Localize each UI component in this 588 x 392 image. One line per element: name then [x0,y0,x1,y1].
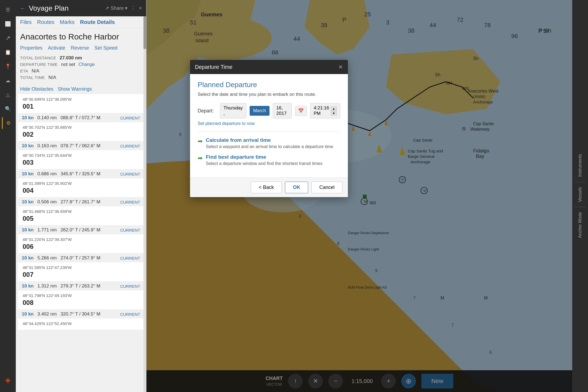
route-icon: ↗ [5,35,10,42]
notes-button[interactable]: 📋 [2,46,14,58]
leg-info: 10 kn 0.686 nm 345.6° T / 329.5° M CURRE… [18,170,144,178]
leg-info: 10 kn 0.506 nm 277.8° T / 261.7° M CURRE… [18,198,144,206]
leg-speed: 10 kn [22,283,33,289]
triangle-button[interactable]: △ [2,89,14,101]
dialog-close-button[interactable]: ✕ [338,64,343,70]
route-details-link[interactable]: Route Details [80,19,115,25]
depart-row: Depart: Thursday , March 16, 2017 📅 4:21… [198,103,340,118]
routes-link[interactable]: Routes [37,19,54,25]
departure-dialog: Departure Time ✕ Planned Departure Selec… [190,60,348,197]
more-button[interactable]: ⋮ [131,5,136,11]
compass-icon: ✦ [4,375,12,386]
leg-info: 10 kn 5.266 nm 274.0° T / 257.9° M CURRE… [18,254,144,262]
panel-header: ← Voyage Plan ↗ Share ▾ ⋮ × [16,0,146,16]
settings-button[interactable]: ⚙ [2,117,14,129]
leg-dist: 5.266 nm [37,255,57,261]
time-down-button[interactable]: ▼ [331,111,337,115]
settings-icon: ⚙ [6,120,11,126]
reverse-link[interactable]: Reverse [71,45,89,51]
layers-button[interactable]: ⬜ [2,18,14,30]
leg-bearing: 262.0° T / 245.9° M [60,227,100,233]
leg-bearing: 320.7° T / 304.5° M [60,311,100,317]
leg-dist: 0.163 nm [37,143,57,149]
list-item[interactable]: 48°31.220'N 122°39.307'W 006 [18,234,144,253]
ok-button[interactable]: OK [285,182,308,193]
back-button[interactable]: ← [20,5,26,11]
list-item[interactable]: 48°31.798'N 122°49.193'W 008 [18,290,144,309]
time-up-button[interactable]: ▲ [331,106,337,111]
marks-link[interactable]: Marks [60,19,75,25]
right-sidebar: Instruments Vessels Anchor Mode [572,0,588,392]
current-badge[interactable]: CURRENT [120,116,140,120]
set-now-link[interactable]: Set planned departure to now [198,121,340,126]
departure-time-label: DEPARTURE TIME [20,62,58,67]
waypoint-num: 004 [23,187,140,194]
list-item[interactable]: 48°34.429'N 122°52.450'W [18,318,144,330]
list-item[interactable]: 48°30.699'N 122°36.095'W 001 [18,94,144,113]
calc-best-option[interactable]: ➡ Find best departure time Select a depa… [198,154,340,166]
leg-bearing: 274.0° T / 257.9° M [60,255,100,261]
route-button[interactable]: ↗ [2,32,14,44]
time-field[interactable]: 4:21:16 PM ▲ ▼ [310,103,340,118]
activate-link[interactable]: Activate [48,45,65,51]
dialog-title-label: Departure Time [195,64,232,70]
marker-button[interactable]: 📍 [2,60,14,72]
more-icon: ⋮ [131,5,136,11]
current-badge[interactable]: CURRENT [120,200,140,204]
calendar-button[interactable]: 📅 [295,106,307,116]
day-of-week-field[interactable]: Thursday , [220,103,246,118]
current-badge[interactable]: CURRENT [120,256,140,261]
search-icon: 🔍 [5,106,11,112]
current-badge[interactable]: CURRENT [120,144,140,148]
menu-button[interactable]: ☰ [2,4,14,16]
scroll-thumb[interactable] [143,16,146,49]
search-button[interactable]: 🔍 [2,103,14,115]
weather-icon: ☁ [5,78,10,84]
day-num-field[interactable]: 16, 2017 [273,103,292,118]
properties-link[interactable]: Properties [20,45,42,51]
instruments-label[interactable]: Instruments [578,151,583,180]
cancel-button[interactable]: Cancel [311,182,342,193]
close-button[interactable]: × [139,5,142,11]
leg-dist: 0.686 nm [37,171,57,177]
eta-value: N/A [32,68,39,74]
leg-speed: 10 kn [22,255,33,261]
waypoint-num: 005 [23,215,140,222]
current-badge[interactable]: CURRENT [120,172,140,176]
vessels-label[interactable]: Vessels [578,184,583,205]
marker-icon: 📍 [5,63,11,69]
anchor-mode-label[interactable]: Anchor Mode [578,209,583,241]
month-field[interactable]: March [250,106,270,116]
list-item[interactable]: 48°31.468'N 122°36.659'W 005 [18,206,144,225]
files-link[interactable]: Files [20,19,32,25]
calc-arrival-desc: Select a waypoint and an arrival time to… [206,144,333,149]
list-item[interactable]: 48°30.734'N 122°35.644'W 003 [18,150,144,169]
list-item[interactable]: 48°31.399'N 122°35.902'W 004 [18,178,144,197]
obstacle-links: Hide Obstacles Show Warnings [16,84,146,94]
current-badge[interactable]: CURRENT [120,228,140,232]
waypoint-coord: 48°31.220'N 122°39.307'W [23,237,140,242]
back-button[interactable]: < Back [251,182,282,193]
leg-speed: 10 kn [22,143,33,149]
eta-label: ETA [20,69,28,73]
close-icon: × [139,5,142,11]
hide-obstacles-link[interactable]: Hide Obstacles [20,86,53,92]
leg-speed: 10 kn [22,199,33,205]
waypoint-coord: 48°31.585'N 122°47.239'W [23,265,140,270]
list-item[interactable]: 48°30.702'N 122°35.885'W 002 [18,122,144,141]
list-item[interactable]: 48°31.585'N 122°47.239'W 007 [18,262,144,281]
sub-nav: Properties Activate Reverse Set Speed [16,44,146,53]
scrollbar[interactable] [143,16,146,392]
current-badge[interactable]: CURRENT [120,312,140,317]
calc-best-desc: Select a departure window and find the s… [206,161,323,166]
set-speed-link[interactable]: Set Speed [94,45,117,51]
calc-arrival-option[interactable]: ➡ Calculate from arrival time Select a w… [198,137,340,149]
share-button[interactable]: ↗ Share ▾ [105,5,127,11]
side-panel: ← Voyage Plan ↗ Share ▾ ⋮ × Files Routes… [16,0,146,392]
current-badge[interactable]: CURRENT [120,284,140,289]
change-link[interactable]: Change [78,62,95,67]
show-warnings-link[interactable]: Show Warnings [58,86,92,92]
leg-bearing: 078.7° T / 062.6° M [60,143,100,149]
weather-button[interactable]: ☁ [2,75,14,87]
waypoint-coord: 48°30.734'N 122°35.644'W [23,153,140,158]
